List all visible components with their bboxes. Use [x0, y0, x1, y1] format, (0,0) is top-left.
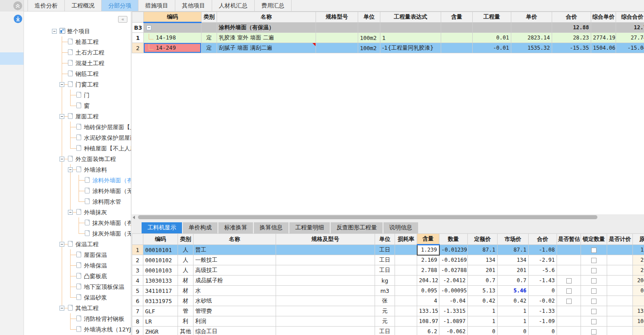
resource-row-00010103[interactable]: 300010103人高级技工工日2.788-0.02788201201-5.62…: [132, 265, 644, 276]
horizontal-scrollbar[interactable]: [132, 214, 644, 220]
tree-item-外墙保温[interactable]: 外墙保温: [24, 260, 131, 271]
lock-quantity-checkbox[interactable]: [591, 299, 597, 304]
column-header-市场价[interactable]: 市场价: [498, 234, 529, 245]
column-header-规格型号[interactable]: 规格型号: [316, 12, 358, 23]
column-header-含量[interactable]: 含量: [417, 234, 439, 245]
tree-item-外立面装饰工程[interactable]: 外立面装饰工程: [24, 154, 131, 164]
column-header-是否计价[interactable]: 是否计价: [607, 234, 633, 245]
tree-item-种植屋面【不上人屋面】[interactable]: 种植屋面【不上人屋面】: [24, 143, 131, 154]
tree-item-涂料外墙面（无保温）[interactable]: 涂料外墙面（无保温）: [24, 185, 131, 196]
column-header-规格及型号[interactable]: 规格及型号: [276, 234, 375, 245]
tab-分部分项[interactable]: 分部分项: [102, 0, 138, 11]
panel-tab-工料机显示[interactable]: 工料机显示: [142, 222, 182, 233]
tree-expander-icon[interactable]: [68, 210, 73, 215]
scroll-left-arrow-icon[interactable]: [133, 216, 135, 219]
column-header-含量[interactable]: 含量: [441, 12, 473, 23]
tree-expander-icon[interactable]: [59, 306, 64, 311]
panel-tab-反查图形工程量[interactable]: 反查图形工程量: [331, 222, 383, 233]
lock-quantity-checkbox[interactable]: [591, 288, 597, 294]
tab-工程概况[interactable]: 工程概况: [65, 0, 102, 11]
resource-row-34110117[interactable]: 534110117材水m30.095-0.000955.135.4600.095: [132, 286, 644, 296]
column-header-是否暂估[interactable]: 是否暂估: [557, 234, 581, 245]
lock-quantity-checkbox[interactable]: [591, 329, 597, 335]
tree-item-土石方工程[interactable]: 土石方工程: [24, 47, 131, 58]
column-header-名称[interactable]: 名称: [194, 234, 276, 245]
column-header-row-number[interactable]: [132, 12, 144, 23]
tree-item-门窗工程[interactable]: 门窗工程: [24, 79, 131, 90]
resource-row-ZHGR[interactable]: 9ZHGR其他综合工日工日6.2-0.0620006.2: [132, 327, 644, 335]
scrollbar-thumb[interactable]: [138, 215, 597, 219]
tree-item-外墙涂料[interactable]: 外墙涂料: [24, 164, 131, 175]
column-header-综合合价[interactable]: 综合合价: [616, 12, 644, 23]
column-header-row-number[interactable]: [132, 234, 143, 245]
column-header-编码[interactable]: 编码: [143, 234, 178, 245]
tree-item-门[interactable]: 门: [24, 90, 131, 100]
tree-item-水泥砂浆保护层屋面【...[interactable]: 水泥砂浆保护层屋面【...: [24, 132, 131, 143]
tree-item-凸窗板底[interactable]: 凸窗板底: [24, 271, 131, 281]
tree-item-窗[interactable]: 窗: [24, 100, 131, 111]
column-header-单位[interactable]: 单位: [375, 234, 395, 245]
tree-expander-icon[interactable]: [59, 82, 64, 87]
tree-expander-icon[interactable]: [59, 114, 64, 119]
row-expander-icon[interactable]: [146, 25, 151, 30]
tree-item-消防栓背衬钢板[interactable]: 消防栓背衬钢板: [24, 313, 131, 324]
column-header-类别[interactable]: 类别: [178, 234, 194, 245]
tree-item-钢筋工程[interactable]: 钢筋工程: [24, 68, 131, 79]
tree-item-抹灰外墙面（无保温）[interactable]: 抹灰外墙面（无保温）: [24, 228, 131, 239]
lock-quantity-checkbox[interactable]: [591, 278, 597, 284]
panel-tab-工程量明细[interactable]: 工程量明细: [289, 222, 330, 233]
provisional-checkbox[interactable]: [566, 299, 572, 304]
tree-item-地砖保护层屋面【上人...[interactable]: 地砖保护层屋面【上人...: [24, 122, 131, 132]
column-header-单位[interactable]: 单位: [358, 12, 380, 23]
tree-expander-icon[interactable]: [59, 157, 64, 162]
column-header-数量[interactable]: 数量: [439, 234, 468, 245]
column-header-损耗率[interactable]: 损耗率: [395, 234, 417, 245]
column-header-定额价[interactable]: 定额价: [468, 234, 498, 245]
column-header-编码[interactable]: 编码: [144, 12, 201, 23]
provisional-checkbox[interactable]: [566, 278, 572, 284]
column-header-原始含量[interactable]: 原始含量: [633, 234, 644, 245]
tree-item-屋面工程[interactable]: 屋面工程: [24, 111, 131, 122]
lock-quantity-checkbox[interactable]: [591, 258, 597, 263]
tab-人材机汇总[interactable]: 人材机汇总: [212, 0, 255, 11]
tree-item-其他工程[interactable]: 其他工程: [24, 303, 131, 313]
tree-item-抹灰外墙面（有保温）[interactable]: 抹灰外墙面（有保温）: [24, 217, 131, 228]
resource-row-00010101[interactable]: 100010101人普工工日1.239-0.0123987.187.1-1.08…: [132, 245, 644, 255]
tab-其他项目[interactable]: 其他项目: [175, 0, 212, 11]
collapse-panel-button[interactable]: [13, 1, 22, 10]
tree-item-地下室顶板保温[interactable]: 地下室顶板保温: [24, 281, 131, 292]
tree-item-混凝土工程[interactable]: 混凝土工程: [24, 58, 131, 68]
panel-tab-换算信息[interactable]: 换算信息: [254, 222, 288, 233]
column-header-单价[interactable]: 单价: [511, 12, 552, 23]
column-header-工程量表达式[interactable]: 工程量表达式: [380, 12, 441, 23]
download-button[interactable]: [14, 15, 22, 23]
lock-quantity-checkbox[interactable]: [591, 248, 597, 253]
resource-row-03131975[interactable]: 603131975材水砂纸张4-0.040.420.42-0.024: [132, 296, 644, 306]
column-header-综合单价[interactable]: 综合单价: [591, 12, 616, 23]
resource-row-00010102[interactable]: 200010102人一般技工工日2.169-0.02169134134-2.91…: [132, 255, 644, 265]
tree-expander-icon[interactable]: [52, 29, 57, 34]
tree-item-保温工程[interactable]: 保温工程: [24, 239, 131, 249]
tree-item-涂料雨水管[interactable]: 涂料雨水管: [24, 196, 131, 207]
column-header-名称[interactable]: 名称: [217, 12, 316, 23]
provisional-checkbox[interactable]: [566, 288, 572, 294]
resource-row-GLF[interactable]: 7GLF管管理费元133.15-1.331511-1.33133.15: [132, 306, 644, 316]
lock-quantity-checkbox[interactable]: [591, 309, 597, 314]
tab-措施项目[interactable]: 措施项目: [138, 0, 175, 11]
tree-item-外墙滴水线（12YJ3-1第...[interactable]: 外墙滴水线（12YJ3-1第...: [24, 324, 131, 335]
estimate-row-B3[interactable]: B3涂料外墙面（有保温）12.8812.7: [132, 23, 644, 33]
tree-item-桩基工程[interactable]: 桩基工程: [24, 36, 131, 47]
tree-item-保温砂浆[interactable]: 保温砂浆: [24, 292, 131, 303]
lock-quantity-checkbox[interactable]: [591, 319, 597, 324]
content-edit-cell[interactable]: 1.239: [417, 245, 439, 255]
resource-row-13030133[interactable]: 413030133材成品腻子粉kg204.12-2.04120.70.7-1.4…: [132, 276, 644, 286]
resource-row-LR[interactable]: 8LR利利润元108.97-1.089711-1.09108.97: [132, 316, 644, 327]
tree-item-涂料外墙面（有保温）[interactable]: 涂料外墙面（有保温）: [24, 175, 131, 185]
column-header-合价[interactable]: 合价: [529, 234, 557, 245]
tree-expander-icon[interactable]: [59, 242, 64, 247]
lock-quantity-checkbox[interactable]: [591, 268, 597, 273]
column-header-锁定数量[interactable]: 锁定数量: [581, 234, 607, 245]
column-header-合价[interactable]: 合价: [552, 12, 591, 23]
estimate-row-2[interactable]: 214-249定刮腻子 墙面 满刮二遍100m2-1{工程量同乳胶漆}-0.01…: [132, 43, 644, 53]
column-header-类别[interactable]: 类别: [201, 12, 217, 23]
